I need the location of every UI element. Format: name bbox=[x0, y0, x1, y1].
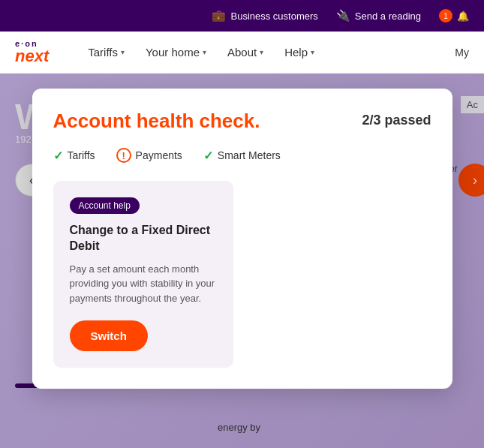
warning-icon: ! bbox=[116, 148, 131, 163]
nav-help[interactable]: Help ▾ bbox=[275, 40, 323, 65]
chevron-down-icon: ▾ bbox=[311, 48, 314, 56]
card-title: Change to a Fixed Direct Debit bbox=[70, 223, 217, 254]
nav-bar: e·on next Tariffs ▾ Your home ▾ About ▾ … bbox=[0, 32, 484, 74]
briefcase-icon: 💼 bbox=[212, 9, 226, 23]
health-check-modal: Account health check. 2/3 passed ✓ Tarif… bbox=[32, 89, 452, 389]
modal-score: 2/3 passed bbox=[362, 113, 431, 128]
nav-my[interactable]: My bbox=[455, 47, 469, 59]
check-tariffs-label: Tariffs bbox=[68, 149, 95, 161]
nav-tariffs[interactable]: Tariffs ▾ bbox=[79, 40, 134, 65]
nav-help-label: Help bbox=[284, 46, 308, 59]
check-items-row: ✓ Tariffs ! Payments ✓ Smart Meters bbox=[53, 148, 431, 163]
nav-tariffs-label: Tariffs bbox=[88, 46, 118, 59]
checkmark-icon: ✓ bbox=[53, 149, 63, 163]
check-tariffs: ✓ Tariffs bbox=[53, 149, 95, 163]
card-badge: Account help bbox=[70, 197, 140, 214]
logo[interactable]: e·on next bbox=[15, 40, 49, 65]
chevron-down-icon: ▾ bbox=[203, 48, 206, 56]
modal-title: Account health check. bbox=[53, 110, 350, 133]
modal-header: Account health check. 2/3 passed bbox=[53, 110, 431, 133]
recommendation-card: Account help Change to a Fixed Direct De… bbox=[53, 181, 233, 368]
nav-your-home[interactable]: Your home ▾ bbox=[137, 40, 215, 65]
chevron-down-icon: ▾ bbox=[260, 48, 263, 56]
nav-items: Tariffs ▾ Your home ▾ About ▾ Help ▾ bbox=[79, 40, 455, 65]
chevron-down-icon: ▾ bbox=[121, 48, 125, 56]
business-customers-link[interactable]: 💼 Business customers bbox=[212, 9, 317, 23]
business-customers-label: Business customers bbox=[230, 11, 317, 22]
check-smart-meters: ✓ Smart Meters bbox=[203, 149, 281, 163]
send-reading-label: Send a reading bbox=[355, 11, 421, 22]
check-payments: ! Payments bbox=[116, 148, 182, 163]
nav-about-label: About bbox=[227, 46, 257, 59]
check-payments-label: Payments bbox=[136, 149, 182, 161]
nav-about[interactable]: About ▾ bbox=[218, 40, 272, 65]
send-reading-link[interactable]: 🔌 Send a reading bbox=[336, 9, 421, 23]
logo-next: next bbox=[15, 48, 49, 65]
meter-icon: 🔌 bbox=[336, 9, 350, 23]
card-description: Pay a set amount each month providing yo… bbox=[70, 262, 217, 306]
notification-icon: 🔔 bbox=[457, 11, 469, 22]
notification-count: 1 bbox=[443, 12, 448, 20]
nav-your-home-label: Your home bbox=[146, 46, 200, 59]
modal-overlay: Account health check. 2/3 passed ✓ Tarif… bbox=[0, 74, 484, 448]
checkmark-icon: ✓ bbox=[203, 149, 213, 163]
check-smart-meters-label: Smart Meters bbox=[218, 149, 281, 161]
notification-badge: 1 bbox=[439, 9, 452, 23]
top-bar: 💼 Business customers 🔌 Send a reading 1 … bbox=[0, 0, 484, 32]
switch-button[interactable]: Switch bbox=[70, 320, 148, 351]
notifications-button[interactable]: 1 🔔 bbox=[439, 9, 469, 23]
nav-my-label: My bbox=[455, 47, 469, 59]
